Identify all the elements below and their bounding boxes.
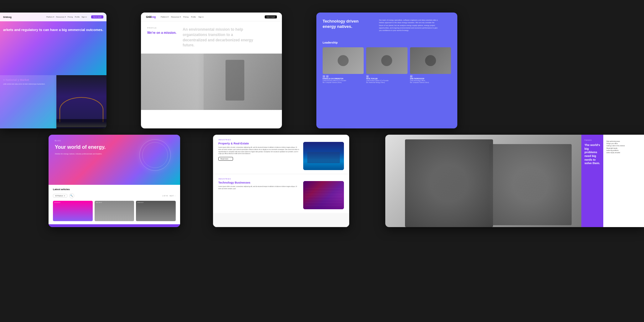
careers-headline: The world's big problems need big nerds …	[584, 143, 600, 165]
benefit-4: Meaningful equity	[606, 147, 641, 149]
screen-top-left: Gridcog Platform ▾ Resources ▾ Pricing P…	[0, 13, 106, 128]
article-cards: 2022.06.07 2022.06.07 2022.06.07	[53, 201, 176, 221]
screen-bottom-left: BLOG Your world of energy. Articles for …	[49, 135, 180, 227]
nav-signin[interactable]: Sign in	[81, 16, 87, 18]
team-grid: 𝕏 in FARAILLE-GAY BRERETON Chief Executi…	[323, 47, 451, 83]
article-card-2[interactable]: 2022.06.07	[95, 201, 134, 221]
nav-links-2: Platform ▾ Resources ▾ Pricing Profile S…	[161, 16, 204, 18]
twitter-icon-1[interactable]: 𝕏	[323, 75, 325, 78]
arrow-right-icon: →	[229, 158, 231, 160]
benefit-5: tackle big problems	[606, 149, 641, 152]
benefit-3: making a dent in the universe	[606, 145, 641, 147]
screen-top-center: Gridcog Platform ▾ Resources ▾ Pricing P…	[141, 13, 282, 128]
team-member-2: in PETE TICKLER Chief Product Officer & …	[366, 47, 407, 83]
articles-title: Latest articles	[53, 188, 176, 191]
nav-bar-1: Gridcog Platform ▾ Resources ▾ Pricing P…	[0, 13, 106, 21]
careers-list: High performing team Design your office …	[603, 135, 644, 227]
benefit-1: High performing team	[606, 140, 641, 143]
team-photo-2	[366, 47, 407, 74]
filter-dropdown[interactable]: All Platform ▾	[53, 194, 67, 198]
screen3-top: Technology driven energy natives. Our te…	[316, 13, 457, 38]
blog-hero: BLOG Your world of energy. Articles for …	[49, 135, 180, 185]
industry-label-2: INDUSTRIES	[218, 178, 344, 180]
nav-platform[interactable]: Platform ▾	[46, 16, 54, 18]
nav-resources[interactable]: Resources ▾	[56, 16, 66, 18]
nav-pricing[interactable]: Pricing	[68, 16, 73, 18]
blog-title: Your world of energy.	[55, 144, 111, 150]
careers-label: Careers	[584, 139, 600, 141]
filter-row: All Platform ▾ 🔍 1 OF 40 NEXT →	[53, 193, 176, 198]
person-bio-3: Bio: Computer Science (Hons)	[410, 82, 451, 84]
industry-section-2: INDUSTRIES Technology Businesses Lorem i…	[213, 174, 349, 213]
team-member-3: in SAM THOROGOOD Chief Technology Office…	[410, 47, 451, 83]
industry-text-1: Property & Real-Estate Lorem ipsum dolor…	[218, 142, 299, 161]
industry-row-2: Technology Businesses Lorem ipsum dolor …	[218, 181, 344, 209]
nav-brand-1: Gridcog	[3, 16, 12, 18]
chevron-down-icon: ▾	[64, 195, 65, 197]
blog-subtitle: Articles for energy natives, industry pr…	[55, 153, 114, 155]
s2-cta[interactable]: Get in touch	[265, 15, 277, 18]
decorative-orb	[139, 139, 171, 171]
careers-benefits: High performing team Design your office …	[606, 140, 641, 154]
industry-section-1: INDUSTRIES Property & Real-Estate Lorem …	[213, 135, 349, 174]
benefit-2: Design your office	[606, 143, 641, 145]
read-more-1[interactable]: Read more →	[218, 157, 233, 161]
careers-purple-bar: Careers The world's big problems need bi…	[581, 135, 603, 227]
article-date-2: 2022.06.07	[96, 202, 102, 203]
cta-button-1[interactable]: Get in touch	[91, 15, 103, 18]
industry-title-1: Property & Real-Estate	[218, 142, 299, 145]
person-bio-2: Bio: Molecular Biology (Hons)	[366, 82, 407, 84]
s2-nav-profile[interactable]: Profile	[191, 16, 196, 18]
benefit-6: senior equity included	[606, 152, 641, 154]
linkedin-icon-3[interactable]: in	[410, 75, 413, 78]
social-links-1: 𝕏 in	[323, 75, 364, 78]
bridge-image	[56, 75, 106, 128]
person-photo-left	[405, 139, 493, 227]
next-button[interactable]: NEXT	[169, 195, 174, 197]
page-label-2: PROFILE	[147, 27, 176, 29]
s2-nav-platform[interactable]: Platform ▾	[161, 16, 169, 18]
person-bio-1: Bio: Computer Science (Hons)	[323, 82, 364, 84]
mission-text-2: An environmental mission to help organiz…	[183, 27, 258, 48]
pagination: 1 OF 40 NEXT →	[162, 195, 176, 197]
s2-nav-pricing[interactable]: Pricing	[183, 16, 189, 18]
social-links-2: in	[366, 75, 407, 78]
industry-label-1: INDUSTRIES	[218, 139, 344, 141]
articles-section: Latest articles All Platform ▾ 🔍 1 OF 40…	[49, 185, 180, 224]
person-photo-right	[489, 144, 572, 226]
article-date-1: 2022.06.07	[54, 202, 60, 203]
search-button[interactable]: 🔍	[69, 193, 74, 198]
screen-bottom-center: INDUSTRIES Property & Real-Estate Lorem …	[213, 135, 349, 227]
logo-2: Gridcog	[146, 15, 156, 18]
s2-nav-signin[interactable]: Sign in	[198, 16, 204, 18]
hero-2: PROFILE We're on a mission. An environme…	[141, 21, 282, 54]
linkedin-icon-1[interactable]: in	[326, 75, 329, 78]
industry-row-1: Property & Real-Estate Lorem ipsum dolor…	[218, 142, 344, 170]
industry-body-2: Lorem ipsum dolor sit amet, consectetur …	[218, 186, 299, 190]
team-photo-1	[323, 47, 364, 74]
tagline-2: We're on a mission.	[147, 31, 176, 35]
screen3-desc: Our team of energy specialists, software…	[379, 19, 439, 32]
industry-text-2: Technology Businesses Lorem ipsum dolor …	[218, 181, 299, 192]
industry-image-1	[303, 142, 344, 170]
article-card-1[interactable]: 2022.06.07	[53, 201, 93, 221]
nav-profile[interactable]: Profile	[75, 16, 80, 18]
article-card-3[interactable]: 2022.06.07	[136, 201, 176, 221]
nav-bar-2: Gridcog Platform ▾ Resources ▾ Pricing P…	[141, 13, 282, 21]
headline-1: arkets and regulatory ts can have a big …	[3, 28, 103, 32]
social-links-3: in	[410, 75, 451, 78]
screen3-headline: Technology driven energy natives.	[323, 19, 373, 29]
screen-bottom-right: Careers The world's big problems need bi…	[385, 135, 644, 227]
card-title-1: n National y Market	[3, 78, 53, 82]
s2-nav-resources[interactable]: Resources ▾	[171, 16, 181, 18]
card-text-1: undo omnis iste natus error sit ntem dol…	[3, 83, 53, 85]
team-member-1: 𝕏 in FARAILLE-GAY BRERETON Chief Executi…	[323, 47, 364, 83]
article-date-3: 2022.06.07	[137, 202, 143, 203]
linkedin-icon-2[interactable]: in	[366, 75, 369, 78]
team-photo-3	[410, 47, 451, 74]
nav-links-1: Platform ▾ Resources ▾ Pricing Profile S…	[46, 16, 87, 18]
filter-label: All Platform	[55, 195, 63, 197]
leadership-title: Leadership	[323, 41, 451, 44]
leadership-section: Leadership 𝕏 in FARAILLE-GAY BRERETON Ch…	[316, 38, 457, 86]
nav-right-2: Get in touch	[265, 15, 277, 18]
